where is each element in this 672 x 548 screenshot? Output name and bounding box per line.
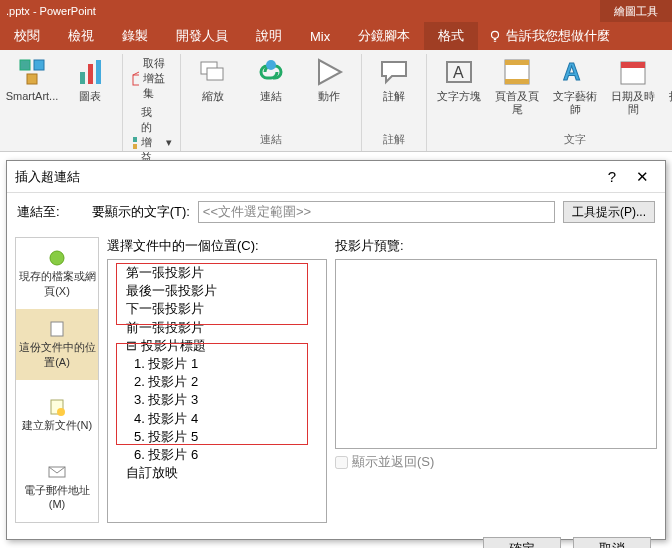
- svg-point-29: [57, 408, 65, 416]
- link-button[interactable]: 連結: [247, 56, 295, 103]
- dialog-close-button[interactable]: ✕: [627, 168, 657, 186]
- tree-custom-show[interactable]: 自訂放映: [114, 464, 320, 482]
- svg-rect-6: [96, 60, 101, 84]
- tree-slide-1[interactable]: 1. 投影片 1: [114, 355, 320, 373]
- tab-storyboard[interactable]: 分鏡腳本: [344, 22, 424, 50]
- linkto-email[interactable]: 電子郵件地址(M): [16, 451, 98, 522]
- lightbulb-icon: [488, 29, 502, 43]
- tab-review[interactable]: 校閱: [0, 22, 54, 50]
- svg-rect-2: [34, 60, 44, 70]
- tell-me-label: 告訴我您想做什麼: [506, 27, 610, 45]
- textbox-button[interactable]: A文字方塊: [435, 56, 483, 103]
- svg-marker-15: [319, 60, 341, 84]
- wordart-icon: A: [559, 56, 591, 88]
- store-icon: [131, 71, 139, 87]
- svg-rect-1: [20, 60, 30, 70]
- group-links: 連結: [189, 130, 353, 149]
- dialog-title: 插入超連結: [15, 168, 597, 186]
- slide-preview: [335, 259, 657, 449]
- tree-slide-2[interactable]: 2. 投影片 2: [114, 373, 320, 391]
- header-footer-button[interactable]: 頁首及頁尾: [493, 56, 541, 116]
- tree-last-slide[interactable]: 最後一張投影片: [114, 282, 320, 300]
- svg-rect-10: [133, 144, 137, 149]
- zoom-button[interactable]: 縮放: [189, 56, 237, 103]
- linkto-new-document[interactable]: 建立新文件(N): [16, 380, 98, 451]
- tree-first-slide[interactable]: 第一張投影片: [114, 264, 320, 282]
- svg-rect-23: [621, 62, 645, 68]
- tree-slide-6[interactable]: 6. 投影片 6: [114, 446, 320, 464]
- svg-rect-5: [88, 64, 93, 84]
- show-return-checkbox[interactable]: 顯示並返回(S): [335, 453, 657, 471]
- tree-slide-4[interactable]: 4. 投影片 4: [114, 410, 320, 428]
- tree-slide-3[interactable]: 3. 投影片 3: [114, 391, 320, 409]
- ok-button[interactable]: 確定: [483, 537, 561, 548]
- email-icon: [47, 463, 67, 481]
- linkto-place-in-doc[interactable]: 這份文件中的位置(A): [16, 309, 98, 380]
- new-doc-icon: [47, 398, 67, 416]
- svg-rect-27: [51, 322, 63, 336]
- place-tree[interactable]: 第一張投影片 最後一張投影片 下一張投影片 前一張投影片 ⊟ 投影片標題 1. …: [107, 259, 327, 523]
- tab-view[interactable]: 檢視: [54, 22, 108, 50]
- svg-text:A: A: [563, 58, 580, 85]
- display-text-label: 要顯示的文字(T):: [92, 203, 190, 221]
- linkto-existing-file[interactable]: 現存的檔案或網頁(X): [16, 238, 98, 309]
- comment-button[interactable]: 註解: [370, 56, 418, 103]
- tab-help[interactable]: 說明: [242, 22, 296, 50]
- tree-slide-5[interactable]: 5. 投影片 5: [114, 428, 320, 446]
- textbox-icon: A: [443, 56, 475, 88]
- action-icon: [313, 56, 345, 88]
- action-button[interactable]: 動作: [305, 56, 353, 103]
- addins-icon: [131, 135, 137, 151]
- wordart-button[interactable]: A文字藝術師: [551, 56, 599, 116]
- tell-me[interactable]: 告訴我您想做什麼: [478, 22, 610, 50]
- tab-record[interactable]: 錄製: [108, 22, 162, 50]
- get-addins-button[interactable]: 取得增益集: [131, 56, 172, 101]
- display-text-input[interactable]: [198, 201, 555, 223]
- insert-hyperlink-dialog: 插入超連結 ? ✕ 連結至: 要顯示的文字(T): 工具提示(P)... 現存的…: [6, 160, 666, 540]
- datetime-icon: [617, 56, 649, 88]
- dialog-help-button[interactable]: ?: [597, 168, 627, 185]
- svg-rect-19: [505, 60, 529, 65]
- smartart-label: SmartArt...: [6, 90, 59, 103]
- svg-rect-4: [80, 72, 85, 84]
- svg-rect-8: [133, 137, 137, 142]
- group-comments: 註解: [370, 130, 418, 149]
- tree-prev-slide[interactable]: 前一張投影片: [114, 319, 320, 337]
- svg-rect-13: [207, 68, 223, 80]
- document-icon: [47, 320, 67, 338]
- chart-icon: [74, 56, 106, 88]
- chart-button[interactable]: 圖表: [66, 56, 114, 103]
- svg-rect-20: [505, 79, 529, 84]
- slidenum-button[interactable]: #投影片編號: [667, 56, 672, 116]
- preview-label: 投影片預覽:: [335, 237, 657, 255]
- chart-label: 圖表: [79, 90, 101, 103]
- context-tab-label: 繪圖工具: [600, 0, 672, 22]
- tab-mix[interactable]: Mix: [296, 22, 344, 50]
- tree-slide-titles[interactable]: ⊟ 投影片標題: [114, 337, 320, 355]
- group-text: 文字: [435, 130, 672, 149]
- svg-rect-3: [27, 74, 37, 84]
- comment-icon: [378, 56, 410, 88]
- svg-point-0: [492, 31, 499, 38]
- svg-point-26: [50, 251, 64, 265]
- smartart-button[interactable]: SmartArt...: [8, 56, 56, 103]
- tab-developer[interactable]: 開發人員: [162, 22, 242, 50]
- tree-next-slide[interactable]: 下一張投影片: [114, 300, 320, 318]
- link-to-label: 連結至:: [17, 203, 60, 221]
- screentip-button[interactable]: 工具提示(P)...: [563, 201, 655, 223]
- svg-point-14: [266, 60, 276, 70]
- zoom-icon: [197, 56, 229, 88]
- smartart-icon: [16, 56, 48, 88]
- svg-text:A: A: [453, 64, 464, 81]
- svg-rect-7: [133, 75, 139, 85]
- cancel-button[interactable]: 取消: [573, 537, 651, 548]
- header-footer-icon: [501, 56, 533, 88]
- datetime-button[interactable]: 日期及時間: [609, 56, 657, 116]
- link-icon: [255, 56, 287, 88]
- file-name: .pptx - PowerPoint: [0, 5, 96, 17]
- tab-format[interactable]: 格式: [424, 22, 478, 50]
- select-place-label: 選擇文件中的一個位置(C):: [107, 237, 327, 255]
- file-web-icon: [47, 249, 67, 267]
